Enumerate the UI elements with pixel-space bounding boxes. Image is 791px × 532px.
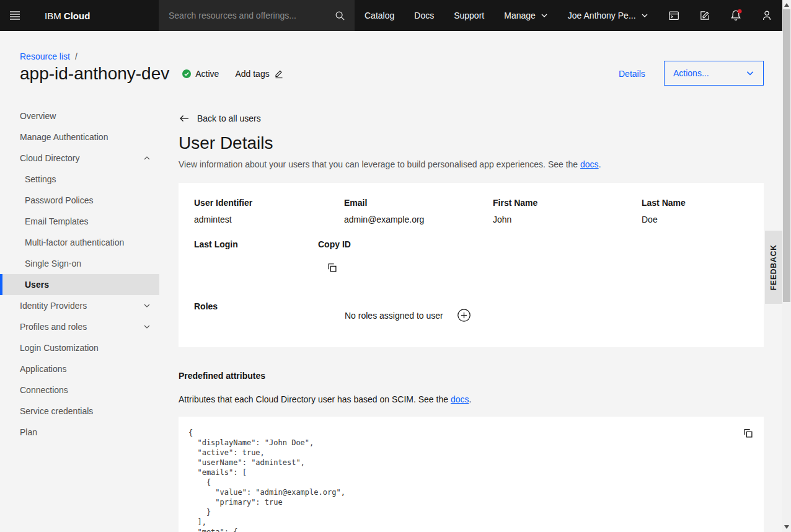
- arrow-left-icon: [179, 114, 190, 123]
- ibm-cloud-console: IBM Cloud Catalog Docs Support Manage: [0, 0, 791, 532]
- scrollbar-thumb[interactable]: [783, 9, 790, 302]
- bell-icon: [729, 9, 743, 22]
- nav-manage[interactable]: Manage: [494, 0, 558, 31]
- details-link[interactable]: Details: [619, 69, 645, 79]
- field-label-copy-id: Copy ID: [318, 239, 351, 249]
- header-nav: Catalog Docs Support Manage Joe Anthony …: [355, 0, 658, 31]
- sidebar-item-label: Password Polices: [25, 195, 94, 205]
- brand-suffix: Cloud: [64, 11, 91, 21]
- predefined-attributes-description: Attributes that each Cloud Directory use…: [179, 394, 764, 404]
- account-menu[interactable]: Joe Anthony Pe...: [558, 0, 658, 31]
- field-label-last-login: Last Login: [194, 239, 238, 249]
- top-header: IBM Cloud Catalog Docs Support Manage: [0, 0, 791, 31]
- sidebar-item-settings[interactable]: Settings: [0, 169, 159, 190]
- sidebar-item-profiles-and-roles[interactable]: Profiles and roles: [0, 316, 159, 337]
- copy-icon: [327, 262, 337, 273]
- brand-logo[interactable]: IBM Cloud: [45, 11, 90, 21]
- sidebar-item-manage-authentication[interactable]: Manage Authentication: [0, 126, 159, 148]
- sidebar-item-label: Profiles and roles: [20, 322, 87, 332]
- terminal-icon: [668, 9, 680, 22]
- scrollbar-up-arrow[interactable]: [784, 3, 789, 7]
- profile-button[interactable]: [751, 0, 782, 31]
- feedback-tab[interactable]: FEEDBACK: [765, 231, 782, 304]
- chevron-icon: [143, 302, 151, 309]
- sidebar-item-label: Manage Authentication: [20, 132, 108, 142]
- field-value-last-name: Doe: [642, 215, 658, 224]
- hamburger-icon: [9, 9, 21, 22]
- sidebar-item-label: Connections: [20, 385, 68, 395]
- chevron-down-icon: [541, 12, 548, 19]
- page-scrollbar[interactable]: [782, 0, 791, 532]
- status-label: Active: [195, 69, 219, 79]
- sidebar-item-password-polices[interactable]: Password Polices: [0, 190, 159, 211]
- menu-icon[interactable]: [0, 0, 30, 31]
- nav-docs[interactable]: Docs: [404, 0, 444, 31]
- copy-code-button[interactable]: [739, 424, 756, 441]
- scim-code-block: { "displayName": "John Doe", "active": t…: [179, 417, 764, 532]
- search-input[interactable]: [159, 11, 325, 20]
- copy-id-button[interactable]: [323, 259, 340, 276]
- user-details-description: View information about your users that y…: [179, 159, 764, 169]
- sidebar-item-label: Identity Providers: [20, 301, 87, 311]
- sidebar-item-label: Users: [25, 280, 49, 290]
- breadcrumb-resource-list[interactable]: Resource list: [20, 51, 70, 61]
- breadcrumb-separator: /: [75, 51, 77, 61]
- sidebar-item-identity-providers[interactable]: Identity Providers: [0, 295, 159, 316]
- sidebar-item-cloud-directory[interactable]: Cloud Directory: [0, 148, 159, 169]
- docs-link[interactable]: docs: [580, 159, 599, 169]
- web-cli-button[interactable]: [658, 0, 689, 31]
- scim-json-content: { "displayName": "John Doe", "active": t…: [188, 428, 754, 532]
- nav-support[interactable]: Support: [444, 0, 494, 31]
- field-label-user-identifier: User Identifier: [194, 198, 252, 208]
- sidebar-item-multi-factor-authentication[interactable]: Multi-factor authentication: [0, 232, 159, 253]
- feedback-edit-button[interactable]: [689, 0, 720, 31]
- field-value-first-name: John: [493, 215, 511, 224]
- sidebar-item-label: Email Templates: [25, 216, 88, 226]
- chevron-down-icon: [641, 12, 648, 19]
- field-label-email: Email: [344, 198, 367, 208]
- sidebar-item-label: Settings: [25, 174, 56, 184]
- sidebar-item-overview[interactable]: Overview: [0, 105, 159, 126]
- field-label-last-name: Last Name: [642, 198, 686, 208]
- predefined-attributes-title: Predefined attributes: [179, 371, 764, 381]
- brand-prefix: IBM: [45, 11, 61, 21]
- user-details-card: User Identifier Email First Name Last Na…: [179, 183, 764, 347]
- notification-dot: [738, 9, 742, 14]
- sidebar-item-label: Service credentials: [20, 406, 93, 416]
- resource-title-row: app-id-anthony-dev Active Add tags: [20, 63, 284, 84]
- notifications-button[interactable]: [720, 0, 751, 31]
- breadcrumb: Resource list /: [20, 51, 77, 61]
- sidebar-item-login-customization[interactable]: Login Customization: [0, 337, 159, 358]
- header-search: [159, 0, 355, 31]
- pencil-icon: [274, 69, 284, 79]
- back-to-users-link[interactable]: Back to all users: [179, 113, 261, 123]
- sidebar-item-plan[interactable]: Plan: [0, 422, 159, 443]
- sidebar-item-connections[interactable]: Connections: [0, 379, 159, 401]
- search-button[interactable]: [325, 0, 355, 31]
- sidebar-item-applications[interactable]: Applications: [0, 358, 159, 379]
- add-role-button[interactable]: [456, 307, 472, 323]
- chevron-icon: [143, 323, 151, 330]
- field-label-first-name: First Name: [493, 198, 537, 208]
- roles-label: Roles: [194, 301, 218, 311]
- docs-link[interactable]: docs: [451, 394, 469, 404]
- sidebar-item-label: Applications: [20, 364, 67, 374]
- sidebar-item-label: Multi-factor authentication: [25, 237, 124, 247]
- actions-dropdown[interactable]: Actions...: [664, 61, 764, 86]
- add-tags-button[interactable]: Add tags: [235, 69, 283, 79]
- sidebar-item-single-sign-on[interactable]: Single Sign-on: [0, 253, 159, 274]
- sidebar-item-label: Cloud Directory: [20, 153, 79, 163]
- roles-empty-text: No roles assigned to user: [345, 311, 443, 321]
- sidebar-item-service-credentials[interactable]: Service credentials: [0, 401, 159, 422]
- sidebar-item-label: Overview: [20, 111, 56, 121]
- sidebar-nav: Overview Manage Authentication Cloud Dir…: [0, 105, 159, 443]
- sidebar-item-users[interactable]: Users: [0, 274, 159, 295]
- sidebar-item-email-templates[interactable]: Email Templates: [0, 211, 159, 232]
- chevron-down-icon: [746, 69, 754, 78]
- field-value-email: admin@example.org: [344, 215, 424, 224]
- search-icon: [334, 10, 345, 21]
- status-badge: Active: [182, 69, 219, 79]
- nav-catalog[interactable]: Catalog: [355, 0, 404, 31]
- scrollbar-down-arrow[interactable]: [784, 525, 789, 529]
- sidebar-item-label: Single Sign-on: [25, 259, 81, 268]
